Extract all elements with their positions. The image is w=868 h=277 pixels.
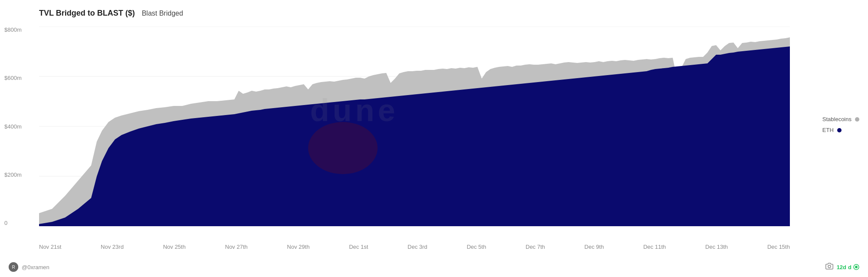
chart-container: TVL Bridged to BLAST ($) Blast Bridged $… xyxy=(0,0,868,277)
x-label-dec7: Dec 7th xyxy=(526,244,545,250)
svg-point-5 xyxy=(308,122,378,174)
x-label-nov29: Nov 29th xyxy=(287,244,309,250)
x-label-nov23: Nov 23rd xyxy=(101,244,124,250)
chart-area: $800m $600m $400m $200m 0 dune Nov xyxy=(39,26,790,226)
y-label-0: 0 xyxy=(4,220,22,226)
legend-stablecoins: Stablecoins xyxy=(822,116,859,122)
y-label-600m: $600m xyxy=(4,75,22,81)
x-label-dec11: Dec 11th xyxy=(643,244,666,250)
legend-eth-label: ETH xyxy=(822,127,834,133)
chart-header: TVL Bridged to BLAST ($) Blast Bridged xyxy=(39,9,790,18)
chart-title: TVL Bridged to BLAST ($) xyxy=(39,9,135,18)
stablecoins-dot xyxy=(855,117,859,122)
camera-icon[interactable] xyxy=(825,262,833,272)
svg-point-10 xyxy=(855,266,858,268)
x-label-dec9: Dec 9th xyxy=(585,244,604,250)
x-label-dec15: Dec 15th xyxy=(767,244,790,250)
chart-subtitle: Blast Bridged xyxy=(142,10,183,17)
time-badge-value: 12d xyxy=(837,264,846,270)
x-label-nov25: Nov 25th xyxy=(163,244,186,250)
chart-svg xyxy=(39,26,790,226)
x-label-dec1: Dec 1st xyxy=(349,244,368,250)
y-axis-labels: $800m $600m $400m $200m 0 xyxy=(4,26,22,226)
x-label-dec3: Dec 3rd xyxy=(408,244,427,250)
footer-avatar: R xyxy=(9,262,18,272)
svg-text:R: R xyxy=(12,265,15,270)
legend: Stablecoins ETH xyxy=(822,116,859,133)
time-badge[interactable]: 12d d xyxy=(837,264,859,270)
x-label-dec13: Dec 13th xyxy=(705,244,728,250)
legend-stablecoins-label: Stablecoins xyxy=(822,116,852,122)
watermark: dune xyxy=(310,92,399,128)
time-badge-unit: d xyxy=(848,264,852,270)
y-label-800m: $800m xyxy=(4,26,22,33)
y-label-200m: $200m xyxy=(4,171,22,178)
footer-right: 12d d xyxy=(825,262,859,272)
footer: R @0xramen xyxy=(9,262,49,272)
x-label-dec5: Dec 5th xyxy=(467,244,486,250)
svg-point-8 xyxy=(828,265,831,268)
y-label-400m: $400m xyxy=(4,123,22,130)
eth-dot xyxy=(837,128,842,132)
legend-eth: ETH xyxy=(822,127,859,133)
x-label-nov21: Nov 21st xyxy=(39,244,61,250)
footer-username: @0xramen xyxy=(22,264,49,270)
time-indicator-icon xyxy=(853,264,859,270)
x-label-nov27: Nov 27th xyxy=(225,244,248,250)
x-axis-labels: Nov 21st Nov 23rd Nov 25th Nov 27th Nov … xyxy=(39,244,790,250)
